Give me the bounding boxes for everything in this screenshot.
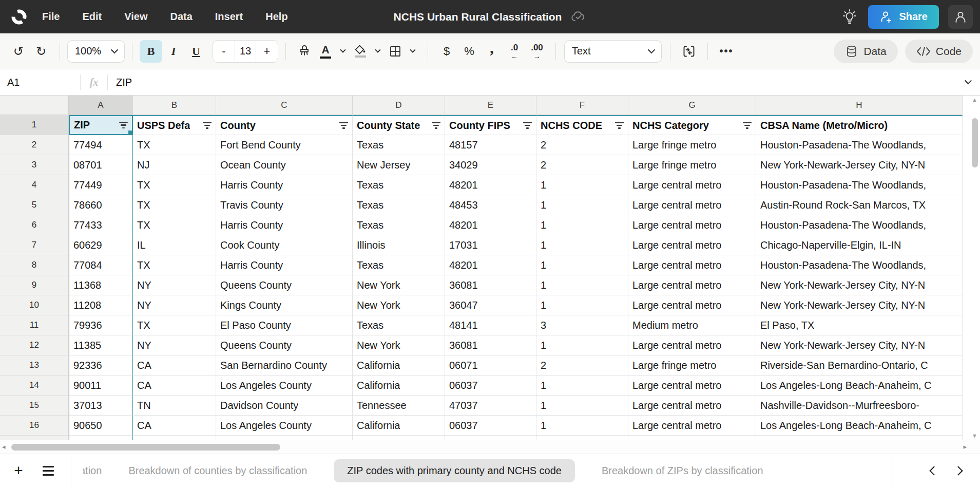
- cell-D1[interactable]: County State: [353, 115, 445, 135]
- cell-E12[interactable]: 36081: [445, 335, 536, 355]
- cell-reference-box[interactable]: A1: [0, 77, 80, 88]
- cell-H6[interactable]: Houston-Pasadena-The Woodlands,: [756, 215, 963, 235]
- borders-chevron[interactable]: [405, 40, 420, 63]
- cell-H10[interactable]: New York-Newark-Jersey City, NY-N: [756, 295, 963, 315]
- cell-F11[interactable]: 3: [536, 315, 628, 335]
- cell-H5[interactable]: Austin-Round Rock-San Marcos, TX: [756, 195, 963, 215]
- cell-D1[interactable]: [353, 436, 445, 440]
- swap-ranges-button[interactable]: [678, 40, 700, 63]
- cell-C2[interactable]: Fort Bend County: [216, 135, 353, 155]
- cell-B5[interactable]: TX: [133, 195, 216, 215]
- cell-B11[interactable]: TX: [133, 315, 216, 335]
- cell-F13[interactable]: 2: [536, 355, 628, 376]
- column-header-F[interactable]: F: [536, 96, 628, 115]
- menu-edit[interactable]: Edit: [82, 11, 102, 23]
- decrease-decimals-button[interactable]: .0 ←: [503, 40, 526, 63]
- cell-H4[interactable]: Houston-Pasadena-The Woodlands,: [756, 175, 963, 195]
- cell-A16[interactable]: 90650: [69, 416, 133, 436]
- cell-B6[interactable]: TX: [133, 215, 216, 235]
- cell-G8[interactable]: Large central metro: [628, 255, 756, 275]
- sheet-tab-partial[interactable]: ation: [83, 465, 102, 477]
- cell-A14[interactable]: 90011: [69, 376, 133, 396]
- scroll-up-icon[interactable]: ▲: [972, 97, 977, 103]
- fill-color-chevron[interactable]: [370, 40, 386, 63]
- cell-H15[interactable]: Nashville-Davidson--Murfreesboro-: [756, 396, 963, 416]
- redo-button[interactable]: ↻: [30, 40, 52, 63]
- vertical-scrollbar-thumb[interactable]: [972, 118, 978, 167]
- cell-H16[interactable]: Los Angeles-Long Beach-Anaheim, C: [756, 416, 963, 436]
- formula-bar-expand-chevron[interactable]: [956, 80, 980, 85]
- cell-G4[interactable]: Large central metro: [628, 175, 756, 195]
- filter-icon[interactable]: [119, 122, 128, 129]
- cell-C3[interactable]: Ocean County: [216, 155, 353, 175]
- cell-B10[interactable]: NY: [133, 295, 216, 315]
- menu-help[interactable]: Help: [265, 11, 287, 23]
- cell-C9[interactable]: Queens County: [216, 275, 353, 295]
- cell-F4[interactable]: 1: [536, 175, 628, 195]
- cell-G1[interactable]: [628, 436, 756, 440]
- cell-F5[interactable]: 1: [536, 195, 628, 215]
- percent-format-button[interactable]: %: [458, 40, 481, 63]
- cell-F15[interactable]: 1: [536, 396, 628, 416]
- row-number-5[interactable]: 5: [0, 195, 69, 215]
- cell-E6[interactable]: 48201: [445, 215, 536, 235]
- cell-B12[interactable]: NY: [133, 335, 216, 355]
- column-header-C[interactable]: C: [216, 96, 353, 115]
- number-format-select[interactable]: Text: [564, 40, 662, 63]
- column-header-D[interactable]: D: [353, 96, 445, 115]
- horizontal-scrollbar-thumb[interactable]: [11, 444, 280, 451]
- underline-button[interactable]: U: [185, 40, 207, 63]
- cell-A1[interactable]: [69, 436, 133, 440]
- cell-E10[interactable]: 36047: [445, 295, 536, 315]
- cell-A1[interactable]: ZIP: [69, 115, 133, 135]
- data-panel-button[interactable]: Data: [834, 40, 897, 63]
- sheet-tab-counties-breakdown[interactable]: Breakdown of counties by classification: [128, 465, 307, 477]
- font-size-increase-button[interactable]: +: [256, 41, 278, 62]
- menu-data[interactable]: Data: [170, 11, 192, 23]
- cell-G7[interactable]: Large central metro: [628, 235, 756, 255]
- cell-C5[interactable]: Travis County: [216, 195, 353, 215]
- cell-A12[interactable]: 11385: [69, 335, 133, 355]
- cell-A10[interactable]: 11208: [69, 295, 133, 315]
- cell-F8[interactable]: 1: [536, 255, 628, 275]
- horizontal-scrollbar[interactable]: ◂ ▸: [0, 440, 980, 454]
- row-number-12[interactable]: 12: [0, 335, 69, 355]
- cell-E1[interactable]: [445, 436, 536, 440]
- cell-C1[interactable]: [216, 436, 353, 440]
- cell-G13[interactable]: Large fringe metro: [628, 355, 756, 376]
- grid-corner[interactable]: [0, 96, 69, 115]
- borders-button[interactable]: [386, 40, 405, 63]
- row-number-7[interactable]: 7: [0, 235, 69, 255]
- cell-A4[interactable]: 77449: [69, 175, 133, 195]
- cell-G3[interactable]: Large fringe metro: [628, 155, 756, 175]
- cell-D7[interactable]: Illinois: [353, 235, 445, 255]
- cell-E2[interactable]: 48157: [445, 135, 536, 155]
- row-number-13[interactable]: 13: [0, 355, 69, 376]
- row-number-8[interactable]: 8: [0, 255, 69, 275]
- cell-H8[interactable]: Houston-Pasadena-The Woodlands,: [756, 255, 963, 275]
- cell-B1[interactable]: [133, 436, 216, 440]
- cell-C4[interactable]: Harris County: [216, 175, 353, 195]
- next-sheet-icon[interactable]: [953, 466, 963, 475]
- cell-B14[interactable]: CA: [133, 376, 216, 396]
- cell-E8[interactable]: 48201: [445, 255, 536, 275]
- cell-B3[interactable]: NJ: [133, 155, 216, 175]
- increase-decimals-button[interactable]: .00 →: [526, 40, 548, 63]
- cell-D12[interactable]: New York: [353, 335, 445, 355]
- cell-C12[interactable]: Queens County: [216, 335, 353, 355]
- cell-F14[interactable]: 1: [536, 376, 628, 396]
- zoom-select[interactable]: 100%: [67, 40, 125, 63]
- cell-C15[interactable]: Davidson County: [216, 396, 353, 416]
- filter-icon[interactable]: [203, 122, 212, 129]
- cell-E9[interactable]: 36081: [445, 275, 536, 295]
- cell-G10[interactable]: Large central metro: [628, 295, 756, 315]
- cell-H3[interactable]: New York-Newark-Jersey City, NY-N: [756, 155, 963, 175]
- cell-E1[interactable]: County FIPS: [445, 115, 536, 135]
- menu-view[interactable]: View: [124, 11, 147, 23]
- cell-H11[interactable]: El Paso, TX: [756, 315, 963, 335]
- cell-A7[interactable]: 60629: [69, 235, 133, 255]
- cell-G12[interactable]: Large central metro: [628, 335, 756, 355]
- format-painter-button[interactable]: [293, 40, 316, 63]
- cell-F3[interactable]: 2: [536, 155, 628, 175]
- cell-C6[interactable]: Harris County: [216, 215, 353, 235]
